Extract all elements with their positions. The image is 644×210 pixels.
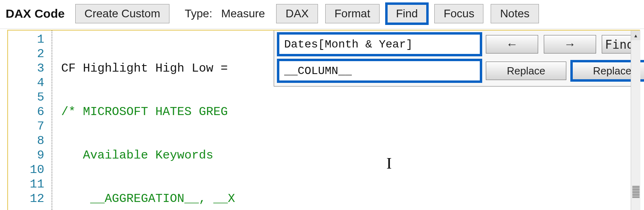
line-number: 2: [8, 47, 44, 61]
toolbar: DAX Code Create Custom Type: Measure DAX…: [0, 0, 644, 29]
line-number-gutter: 1 2 3 4 5 6 7 8 9 10 11 12: [8, 31, 52, 210]
dax-button[interactable]: DAX: [276, 4, 318, 23]
line-number: 5: [8, 90, 44, 105]
vertical-scrollbar[interactable]: ▴: [631, 31, 640, 210]
line-number: 6: [8, 105, 44, 119]
replace-actions-row: Replace Replace: [486, 62, 644, 80]
type-value: Measure: [221, 7, 269, 20]
close-find-button[interactable]: ✕: [642, 36, 644, 52]
replace-input[interactable]: [279, 61, 480, 81]
line-number: 8: [8, 134, 44, 148]
line-number: 11: [8, 177, 44, 191]
code-comment: __AGGREGATION__, __X: [61, 192, 235, 206]
find-button[interactable]: Find: [387, 4, 427, 23]
line-number: 7: [8, 119, 44, 134]
line-number: 3: [8, 61, 44, 76]
code-comment: /* MICROSOFT HATES GREG: [61, 105, 228, 119]
find-actions-row: ← → Find ✕: [486, 35, 644, 54]
type-label: Type:: [177, 7, 214, 20]
find-input[interactable]: [279, 34, 480, 54]
format-button[interactable]: Format: [325, 4, 380, 23]
replace-button[interactable]: Replace: [486, 62, 566, 80]
focus-button[interactable]: Focus: [434, 4, 483, 23]
find-replace-panel: ← → Find ✕ Replace Replace: [274, 31, 639, 86]
create-custom-button[interactable]: Create Custom: [75, 4, 169, 23]
line-number: 12: [8, 191, 44, 206]
code-comment: Available Keywords: [61, 148, 213, 162]
line-number: 4: [8, 76, 44, 90]
find-next-button[interactable]: →: [544, 35, 596, 54]
line-number: 1: [8, 32, 44, 47]
code-area[interactable]: CF Highlight High Low = /* MICROSOFT HAT…: [52, 31, 639, 210]
app-title: DAX Code: [6, 7, 65, 21]
line-number: 9: [8, 148, 44, 163]
scroll-grip-icon[interactable]: [632, 186, 640, 198]
notes-button[interactable]: Notes: [491, 4, 539, 23]
code-text: CF Highlight High Low =: [61, 62, 235, 75]
find-prev-button[interactable]: ←: [486, 35, 538, 54]
scroll-up-icon[interactable]: ▴: [631, 31, 640, 40]
code-editor[interactable]: 1 2 3 4 5 6 7 8 9 10 11 12 CF Highlight …: [7, 30, 640, 210]
line-number: 10: [8, 163, 44, 177]
